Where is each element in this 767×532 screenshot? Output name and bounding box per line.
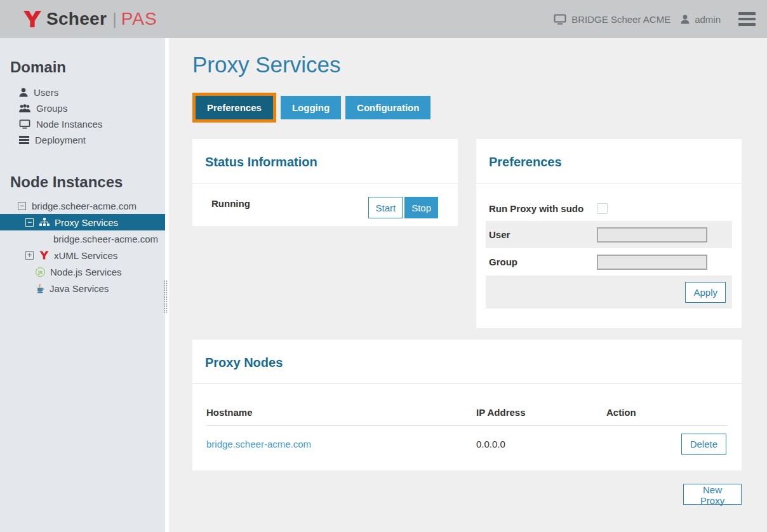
- tree-node-label: bridge.scheer-acme.com: [53, 234, 158, 244]
- sidebar-heading-node-instances: Node Instances: [0, 173, 165, 191]
- proxy-nodes-card: Proxy Nodes Hostname IP Address Action b…: [192, 340, 742, 470]
- logo-separator: |: [112, 10, 117, 29]
- current-node-label: BRIDGE Scheer ACME: [571, 14, 670, 25]
- group-field[interactable]: [597, 255, 707, 270]
- user-label: User: [489, 229, 597, 240]
- user-field[interactable]: [597, 227, 707, 243]
- tab-configuration[interactable]: Configuration: [345, 96, 430, 119]
- tree-node-label: Proxy Services: [55, 217, 118, 228]
- sidebar-heading-domain: Domain: [0, 58, 165, 76]
- nodejs-icon: js: [36, 267, 45, 277]
- column-header-action: Action: [606, 407, 728, 418]
- tree-node-proxy-child[interactable]: bridge.scheer-acme.com: [0, 230, 165, 247]
- card-title: Proxy Nodes: [192, 340, 742, 370]
- page-title: Proxy Services: [192, 52, 340, 77]
- collapse-icon[interactable]: −: [18, 202, 26, 210]
- scheer-pas-logo[interactable]: Scheer | PAS: [23, 9, 157, 29]
- monitor-icon: [554, 14, 566, 25]
- hamburger-menu-icon[interactable]: [737, 10, 757, 29]
- tree-node-nodejs-services[interactable]: js Node.js Services: [0, 263, 165, 280]
- card-title: Status Information: [192, 139, 458, 170]
- tree-node-label: Node.js Services: [50, 267, 122, 277]
- scheer-mark-icon: [23, 10, 42, 28]
- hostname-link[interactable]: bridge.scheer-acme.com: [206, 439, 311, 449]
- tree-node-label: Java Services: [50, 283, 109, 294]
- sidebar-item-groups[interactable]: Groups: [0, 100, 165, 116]
- collapse-icon[interactable]: −: [25, 218, 34, 227]
- tab-bar: Preferences Logging Configuration: [192, 96, 435, 119]
- tree-node-proxy-services[interactable]: − Proxy Services: [0, 214, 165, 230]
- top-header: Scheer | PAS BRIDGE Scheer ACME admin: [0, 0, 767, 38]
- sidebar-item-label: Groups: [36, 103, 67, 114]
- sidebar-item-node-instances[interactable]: Node Instances: [0, 116, 165, 132]
- tree-node-label: xUML Services: [54, 250, 117, 261]
- apply-button[interactable]: Apply: [685, 282, 726, 303]
- java-icon: [37, 284, 44, 293]
- sidebar-item-label: Users: [34, 87, 58, 98]
- node-instances-tree: − bridge.scheer-acme.com − Proxy Service…: [0, 197, 165, 296]
- tree-node-bridge[interactable]: − bridge.scheer-acme.com: [0, 197, 165, 214]
- sidebar-resize-handle[interactable]: [163, 280, 168, 313]
- sidebar: Domain Users Groups Node Instances Deplo…: [0, 38, 165, 532]
- column-header-hostname: Hostname: [206, 407, 476, 418]
- expand-icon[interactable]: +: [25, 251, 34, 260]
- current-node-indicator[interactable]: BRIDGE Scheer ACME: [554, 14, 670, 25]
- sudo-label: Run Proxy with sudo: [489, 203, 597, 214]
- group-label: Group: [489, 256, 597, 267]
- sidebar-item-label: Deployment: [35, 135, 86, 145]
- tree-node-java-services[interactable]: Java Services: [0, 280, 165, 296]
- tree-node-xuml-services[interactable]: + xUML Services: [0, 247, 165, 263]
- table-header-row: Hostname IP Address Action: [206, 384, 728, 418]
- tab-logging[interactable]: Logging: [281, 96, 341, 119]
- column-header-ip: IP Address: [476, 407, 606, 418]
- stop-button[interactable]: Stop: [404, 197, 438, 218]
- start-button[interactable]: Start: [368, 197, 403, 218]
- sidebar-item-users[interactable]: Users: [0, 84, 165, 100]
- preferences-card: Preferences Run Proxy with sudo User Gro…: [476, 139, 742, 328]
- user-menu[interactable]: admin: [681, 14, 721, 25]
- user-icon: [681, 15, 690, 24]
- sidebar-item-deployment[interactable]: Deployment: [0, 132, 165, 148]
- delete-button[interactable]: Delete: [681, 434, 726, 455]
- status-value: Running: [211, 198, 250, 209]
- table-row: bridge.scheer-acme.com 0.0.0.0 Delete: [206, 426, 728, 462]
- username-label: admin: [695, 14, 721, 25]
- sudo-checkbox[interactable]: [597, 203, 608, 214]
- card-title: Preferences: [476, 139, 742, 170]
- sidebar-item-label: Node Instances: [36, 119, 102, 130]
- new-proxy-button[interactable]: New Proxy: [683, 484, 742, 505]
- xuml-icon: [39, 251, 49, 260]
- logo-brand-text: Scheer: [46, 9, 107, 29]
- sitemap-icon: [39, 218, 50, 227]
- logo-product-text: PAS: [121, 9, 157, 29]
- status-information-card: Status Information Running Start Stop: [192, 139, 458, 226]
- ip-address-value: 0.0.0.0: [476, 439, 606, 449]
- main-content: Proxy Services Preferences Logging Confi…: [169, 38, 767, 532]
- tree-node-label: bridge.scheer-acme.com: [32, 201, 137, 211]
- tab-preferences[interactable]: Preferences: [196, 96, 273, 119]
